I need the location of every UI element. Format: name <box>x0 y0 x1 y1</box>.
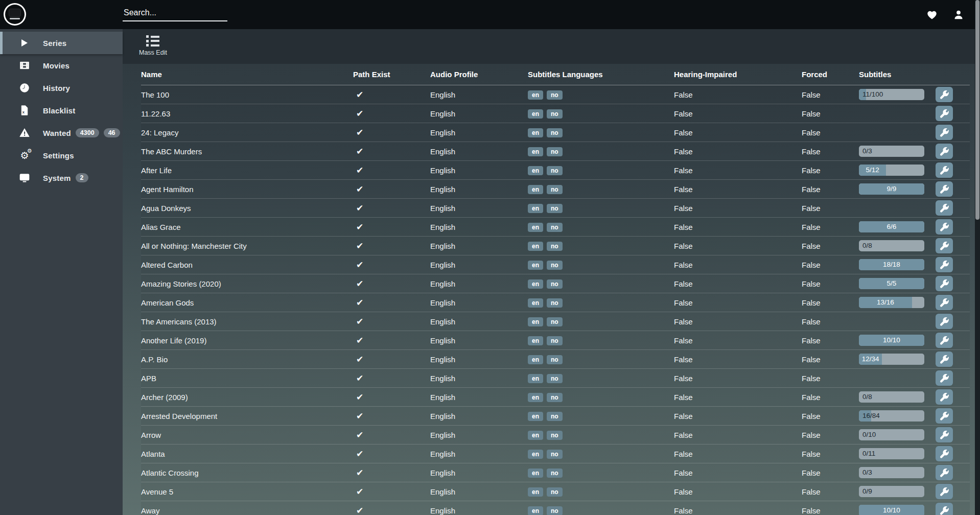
series-name[interactable]: The ABC Murders <box>141 147 353 156</box>
hearing-impaired-value: False <box>674 506 802 515</box>
series-name[interactable]: Amazing Stories (2020) <box>141 279 353 288</box>
wrench-button[interactable] <box>936 370 953 386</box>
series-name[interactable]: All or Nothing: Manchester City <box>141 242 353 250</box>
series-name[interactable]: American Gods <box>141 298 353 307</box>
col-header-audio-profile[interactable]: Audio Profile <box>430 70 528 79</box>
col-header-name[interactable]: Name <box>141 70 353 79</box>
series-name[interactable]: Altered Carbon <box>141 261 353 269</box>
user-icon[interactable] <box>952 9 965 21</box>
wrench-icon <box>940 166 949 175</box>
wrench-button[interactable] <box>936 389 953 405</box>
hearing-impaired-value: False <box>674 336 802 345</box>
wrench-button[interactable] <box>936 295 953 310</box>
table-row[interactable]: Another Life (2019) ✔ English enno False… <box>141 331 970 350</box>
series-name[interactable]: Agua Donkeys <box>141 204 353 213</box>
series-name[interactable]: Arrow <box>141 431 353 439</box>
table-row[interactable]: The ABC Murders ✔ English enno False Fal… <box>141 142 970 161</box>
col-header-hearing-impaired[interactable]: Hearing-Impaired <box>674 70 802 79</box>
table-row[interactable]: The Americans (2013) ✔ English enno Fals… <box>141 312 970 331</box>
scrollbar-thumb[interactable] <box>975 0 979 220</box>
sidebar-item-system[interactable]: System 2 <box>0 167 123 189</box>
app-logo[interactable] <box>4 3 26 26</box>
sidebar-item-movies[interactable]: Movies <box>0 54 123 77</box>
table-row[interactable]: Altered Carbon ✔ English enno False Fals… <box>141 255 970 274</box>
subtitles-languages-cell: enno <box>528 222 674 232</box>
col-header-path-exist[interactable]: Path Exist <box>353 70 430 79</box>
wrench-icon <box>940 393 949 402</box>
series-name[interactable]: Alias Grace <box>141 223 353 231</box>
series-name[interactable]: The 100 <box>141 90 353 99</box>
series-name[interactable]: 24: Legacy <box>141 128 353 137</box>
series-name[interactable]: Atlanta <box>141 450 353 458</box>
wrench-button[interactable] <box>936 144 953 159</box>
series-name[interactable]: A.P. Bio <box>141 355 353 364</box>
table-row[interactable]: Atlantic Crossing ✔ English enno False F… <box>141 463 970 482</box>
table-row[interactable]: Alias Grace ✔ English enno False False 6… <box>141 218 970 237</box>
mass-edit-button[interactable]: Mass Edit <box>135 29 171 56</box>
series-name[interactable]: After Life <box>141 166 353 175</box>
heart-icon[interactable] <box>926 9 938 21</box>
table-row[interactable]: Avenue 5 ✔ English enno False False 0/9 <box>141 482 970 501</box>
wrench-button[interactable] <box>936 446 953 461</box>
series-name[interactable]: 11.22.63 <box>141 109 353 118</box>
table-row[interactable]: 11.22.63 ✔ English enno False False <box>141 104 970 123</box>
sidebar-item-blacklist[interactable]: x Blacklist <box>0 99 123 122</box>
series-name[interactable]: APB <box>141 374 353 383</box>
table-row[interactable]: Arrow ✔ English enno False False 0/10 <box>141 426 970 444</box>
vertical-scrollbar[interactable] <box>975 0 980 515</box>
series-name[interactable]: Arrested Development <box>141 412 353 420</box>
wrench-button[interactable] <box>936 484 953 499</box>
wrench-button[interactable] <box>936 162 953 178</box>
table-row[interactable]: Away ✔ English enno False False 10/10 <box>141 501 970 515</box>
wrench-button[interactable] <box>936 427 953 442</box>
search-input[interactable] <box>123 6 227 21</box>
table-row[interactable]: Agent Hamilton ✔ English enno False Fals… <box>141 180 970 199</box>
wrench-button[interactable] <box>936 465 953 480</box>
sidebar-item-settings[interactable]: ⚙⚙ Settings <box>0 144 123 167</box>
wrench-button[interactable] <box>936 125 953 140</box>
sidebar-item-history[interactable]: History <box>0 77 123 99</box>
wrench-button[interactable] <box>936 408 953 424</box>
series-name[interactable]: The Americans (2013) <box>141 317 353 326</box>
wrench-button[interactable] <box>936 503 953 515</box>
wrench-button[interactable] <box>936 238 953 253</box>
wrench-button[interactable] <box>936 219 953 235</box>
table-row[interactable]: After Life ✔ English enno False False 5/… <box>141 161 970 180</box>
table-row[interactable]: Arrested Development ✔ English enno Fals… <box>141 407 970 426</box>
table-row[interactable]: A.P. Bio ✔ English enno False False 12/3… <box>141 350 970 369</box>
wrench-button[interactable] <box>936 106 953 121</box>
wrench-button[interactable] <box>936 87 953 102</box>
subtitles-progress-bar: 0/11 <box>859 448 924 459</box>
sidebar-item-wanted[interactable]: Wanted 4300 46 <box>0 122 123 144</box>
wrench-button[interactable] <box>936 257 953 272</box>
wrench-button[interactable] <box>936 276 953 291</box>
table-row[interactable]: APB ✔ English enno False False <box>141 369 970 388</box>
wrench-button[interactable] <box>936 333 953 348</box>
table-row[interactable]: American Gods ✔ English enno False False… <box>141 293 970 312</box>
subtitles-languages-cell: enno <box>528 355 674 364</box>
series-name[interactable]: Agent Hamilton <box>141 185 353 194</box>
col-header-forced[interactable]: Forced <box>802 70 859 79</box>
language-badge: no <box>547 487 563 497</box>
col-header-subtitles[interactable]: Subtitles <box>859 70 936 79</box>
table-header: Name Path Exist Audio Profile Subtitles … <box>141 64 970 85</box>
sidebar-item-series[interactable]: Series <box>0 32 123 54</box>
table-row[interactable]: Archer (2009) ✔ English enno False False… <box>141 388 970 407</box>
wrench-button[interactable] <box>936 200 953 216</box>
table-row[interactable]: The 100 ✔ English enno False False 11/10… <box>141 85 970 104</box>
table-row[interactable]: 24: Legacy ✔ English enno False False <box>141 123 970 142</box>
subtitles-progress-label: 0/9 <box>862 486 872 497</box>
series-name[interactable]: Away <box>141 506 353 515</box>
table-row[interactable]: All or Nothing: Manchester City ✔ Englis… <box>141 237 970 255</box>
series-name[interactable]: Avenue 5 <box>141 487 353 496</box>
wrench-button[interactable] <box>936 352 953 367</box>
wrench-button[interactable] <box>936 314 953 329</box>
series-name[interactable]: Atlantic Crossing <box>141 469 353 477</box>
series-name[interactable]: Archer (2009) <box>141 393 353 402</box>
table-row[interactable]: Amazing Stories (2020) ✔ English enno Fa… <box>141 274 970 293</box>
table-row[interactable]: Agua Donkeys ✔ English enno False False <box>141 199 970 218</box>
table-row[interactable]: Atlanta ✔ English enno False False 0/11 <box>141 444 970 463</box>
series-name[interactable]: Another Life (2019) <box>141 336 353 345</box>
wrench-button[interactable] <box>936 181 953 197</box>
col-header-subtitles-languages[interactable]: Subtitles Languages <box>528 70 674 79</box>
